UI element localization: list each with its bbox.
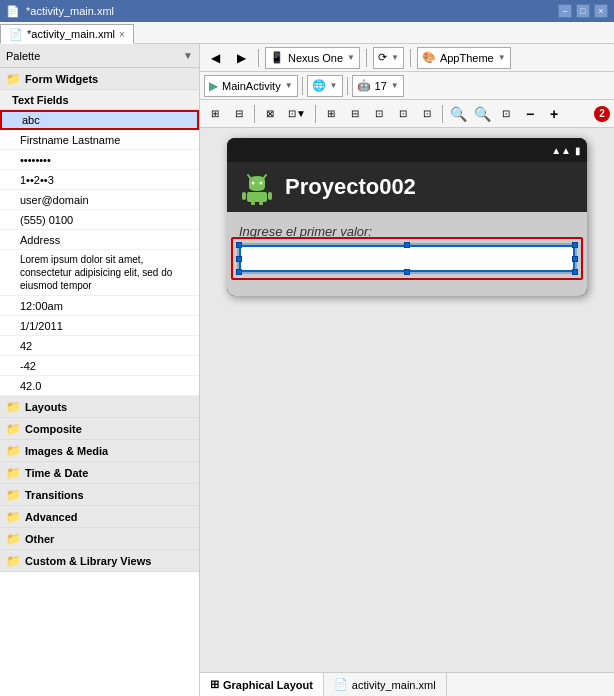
palette-item-lorem-label: Lorem ipsum dolor sit amet, consectetur … [20,253,191,292]
resize-handle-br[interactable] [572,269,578,275]
nav-forward-button[interactable]: ▶ [230,47,252,69]
sep8 [442,105,443,123]
phone-status-bar: ▲▲ ▮ [227,138,587,162]
nav-back-button[interactable]: ◀ [204,47,226,69]
section-images-media[interactable]: 📁 Images & Media [0,440,199,462]
section-advanced[interactable]: 📁 Advanced [0,506,199,528]
device-dropdown[interactable]: 📱 Nexus One ▼ [265,47,360,69]
palette-item-intneg42-label: -42 [20,360,36,372]
activity-icon: ▶ [209,79,218,93]
section-transitions[interactable]: 📁 Transitions [0,484,199,506]
zoom-out-btn[interactable]: 🔍 [447,103,469,125]
section-form-widgets[interactable]: 📁 Form Widgets [0,68,199,90]
text-input-field[interactable] [239,245,575,272]
palette-item-address[interactable]: Address [0,230,199,250]
subsection-text-fields-label: Text Fields [12,94,69,106]
palette-item-intneg42[interactable]: -42 [0,356,199,376]
layout-btn4[interactable]: ⊡▼ [283,103,311,125]
palette-item-float42[interactable]: 42.0 [0,376,199,396]
resize-handle-mr[interactable] [572,256,578,262]
layout-btn7[interactable]: ⊡ [368,103,390,125]
input-label: Ingrese el primer valor: [239,224,575,239]
resize-handle-tm[interactable] [404,242,410,248]
section-layouts[interactable]: 📁 Layouts [0,396,199,418]
zoom-plus-btn[interactable]: + [543,103,565,125]
theme-icon: 🎨 [422,51,436,64]
palette-item-int42-label: 42 [20,340,32,352]
section-composite[interactable]: 📁 Composite [0,418,199,440]
palette-title: Palette [6,50,40,62]
folder-icon: 📁 [6,466,21,480]
folder-icon: 📁 [6,422,21,436]
palette-item-lorem[interactable]: Lorem ipsum dolor sit amet, consectetur … [0,250,199,296]
canvas-area: ▲▲ ▮ [200,128,614,672]
section-form-widgets-label: Form Widgets [25,73,98,85]
palette-item-date[interactable]: 1/1/2011 [0,316,199,336]
locale-dropdown[interactable]: 🌐 ▼ [307,75,343,97]
subsection-text-fields[interactable]: Text Fields [0,90,199,110]
section-transitions-label: Transitions [25,489,84,501]
zoom-in-btn[interactable]: 🔍 [471,103,493,125]
layout-btn6[interactable]: ⊟ [344,103,366,125]
palette-item-time[interactable]: 12:00am [0,296,199,316]
theme-dropdown[interactable]: 🎨 AppTheme ▼ [417,47,511,69]
palette-item-firstname[interactable]: Firstname Lastname [0,130,199,150]
tab-icon: 📄 [9,28,23,41]
layout-btn2[interactable]: ⊟ [228,103,250,125]
resize-handle-bl[interactable] [236,269,242,275]
tab-activity-xml[interactable]: 📄 activity_main.xml [324,673,447,696]
palette-item-time-label: 12:00am [20,300,63,312]
zoom-fit-btn[interactable]: ⊡ [495,103,517,125]
file-tab[interactable]: 📄 *activity_main.xml × [0,24,134,44]
rotate-button[interactable]: ⟳ ▼ [373,47,404,69]
globe-icon: 🌐 [312,79,326,92]
section-custom-library-label: Custom & Library Views [25,555,151,567]
resize-handle-tr[interactable] [572,242,578,248]
section-other[interactable]: 📁 Other [0,528,199,550]
resize-handle-tl[interactable] [236,242,242,248]
chevron-down-icon6: ▼ [391,81,399,90]
minimize-button[interactable]: − [558,4,572,18]
maximize-button[interactable]: □ [576,4,590,18]
activity-dropdown[interactable]: ▶ MainActivity ▼ [204,75,298,97]
folder-icon: 📁 [6,488,21,502]
close-button[interactable]: × [594,4,608,18]
palette-panel: Palette ▼ 📁 Form Widgets Text Fields abc… [0,44,200,696]
layout-btn1[interactable]: ⊞ [204,103,226,125]
svg-point-3 [260,182,263,185]
api-label: 17 [375,80,387,92]
section-time-date[interactable]: 📁 Time & Date [0,462,199,484]
layout-btn8[interactable]: ⊡ [392,103,414,125]
bottom-tabs: ⊞ Graphical Layout 📄 activity_main.xml [200,672,614,696]
tab-graphical-layout[interactable]: ⊞ Graphical Layout [200,673,324,696]
resize-handle-ml[interactable] [236,256,242,262]
layout-btn3[interactable]: ⊠ [259,103,281,125]
palette-item-phone[interactable]: (555) 0100 [0,210,199,230]
separator2 [366,49,367,67]
palette-item-email[interactable]: user@domain [0,190,199,210]
resize-handle-bm[interactable] [404,269,410,275]
chevron-down-icon5: ▼ [330,81,338,90]
editor-panel: ◀ ▶ 📱 Nexus One ▼ ⟳ ▼ 🎨 AppTheme ▼ [200,44,614,696]
palette-item-int42[interactable]: 42 [0,336,199,356]
section-custom-library[interactable]: 📁 Custom & Library Views [0,550,199,572]
phone-icon: 📱 [270,51,284,64]
grid-icon: ⊞ [210,678,219,691]
xml-tab-label: activity_main.xml [352,679,436,691]
layout-btn9[interactable]: ⊡ [416,103,438,125]
api-dropdown[interactable]: 🤖 17 ▼ [352,75,404,97]
zoom-minus-btn[interactable]: − [519,103,541,125]
error-badge[interactable]: 2 [594,106,610,122]
palette-item-password[interactable]: •••••••• [0,150,199,170]
section-time-date-label: Time & Date [25,467,88,479]
palette-item-abc[interactable]: abc [0,110,199,130]
tab-close-icon[interactable]: × [119,29,125,40]
sep6 [254,105,255,123]
svg-rect-7 [251,202,255,205]
palette-item-123[interactable]: 1••2••3 [0,170,199,190]
layout-btn5[interactable]: ⊞ [320,103,342,125]
theme-label: AppTheme [440,52,494,64]
section-images-media-label: Images & Media [25,445,108,457]
rotate-icon: ⟳ [378,51,387,64]
separator3 [410,49,411,67]
